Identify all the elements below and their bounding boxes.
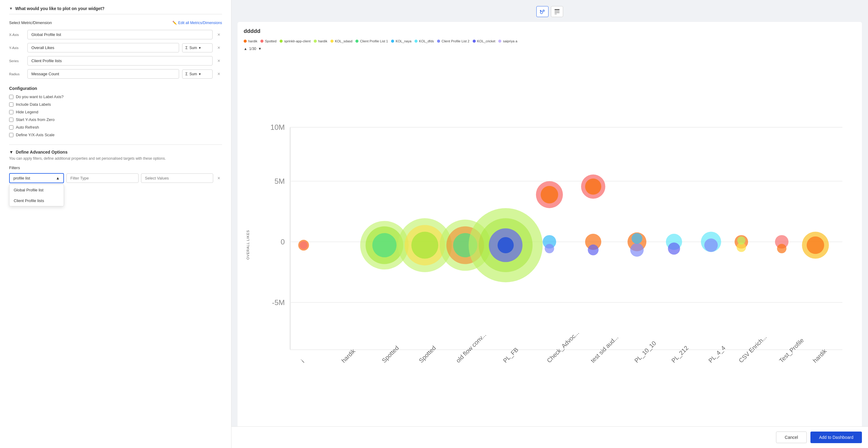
filter-type-select[interactable]: profile list ▲	[9, 173, 64, 183]
series-clear-button[interactable]: ×	[216, 58, 222, 64]
y-axis-aggregation-select[interactable]: Σ Sum ▾	[182, 43, 213, 53]
bubble-chart-svg: 10M 5M 0 -5M i hardik Spotted Spotted ol…	[250, 54, 856, 430]
radius-input[interactable]	[27, 69, 179, 79]
svg-text:5M: 5M	[274, 177, 285, 185]
svg-point-38	[411, 232, 438, 259]
legend-dot	[314, 40, 317, 43]
edit-metrics-link[interactable]: ✏️ Edit all Metrics/Dimensions	[173, 21, 222, 25]
x-axis-input[interactable]	[27, 30, 213, 39]
svg-point-2	[540, 10, 541, 11]
svg-text:CSV Enrich...: CSV Enrich...	[737, 333, 768, 364]
svg-point-60	[705, 238, 718, 252]
legend-item: hardik	[244, 39, 257, 43]
config-checkbox-5[interactable]	[9, 133, 13, 137]
filter-type-input[interactable]	[66, 173, 138, 183]
svg-rect-6	[555, 14, 557, 14]
series-row: Series ×	[9, 56, 222, 65]
svg-point-55	[630, 243, 644, 257]
filter-clear-button[interactable]: ×	[216, 175, 222, 181]
legend-dot	[244, 40, 247, 43]
legend-dot	[437, 40, 440, 43]
advanced-collapse-icon[interactable]: ▼	[9, 150, 13, 154]
collapse-icon[interactable]: ▼	[9, 6, 13, 11]
legend-item: Client Profile List 2	[437, 39, 470, 43]
config-checkbox-4[interactable]	[9, 125, 13, 129]
legend-label: KOL_dfds	[419, 39, 434, 43]
svg-text:PL_212: PL_212	[670, 345, 690, 364]
y-axis-clear-button[interactable]: ×	[216, 45, 222, 51]
svg-point-63	[737, 237, 746, 245]
legend-label: Client Profile List 1	[360, 39, 388, 43]
config-checkbox-2[interactable]	[9, 110, 13, 114]
svg-text:PL_FB: PL_FB	[502, 346, 520, 364]
pagination-row: ▲ 1/30 ▼	[244, 47, 856, 51]
y-axis-input[interactable]	[27, 43, 179, 53]
next-page-button[interactable]: ▼	[258, 47, 261, 51]
x-axis-row: X-Axis ×	[9, 30, 222, 39]
legend: hardikSpottedsprinklr-app-clienthardikKO…	[244, 39, 856, 43]
radius-clear-button[interactable]: ×	[216, 71, 222, 77]
config-option-row: Do you want to Label Axis?	[9, 94, 222, 99]
bottom-bar: Cancel Add to Dashboard	[231, 426, 868, 448]
svg-point-47	[540, 186, 558, 203]
svg-text:PL_10_10: PL_10_10	[633, 340, 657, 364]
svg-text:Spotted: Spotted	[380, 345, 400, 364]
legend-label: KOL_naya	[396, 39, 411, 43]
x-axis-label: X-Axis	[9, 33, 24, 36]
config-option-label-4: Auto Refresh	[16, 125, 39, 129]
config-checkbox-0[interactable]	[9, 95, 13, 99]
section-header: ▼ What would you like to plot on your wi…	[9, 6, 222, 14]
svg-point-49	[585, 179, 601, 195]
chart-title: ddddd	[244, 28, 856, 34]
svg-text:0: 0	[280, 238, 285, 246]
svg-text:10M: 10M	[271, 123, 285, 131]
left-panel: ▼ What would you like to plot on your wi…	[0, 0, 231, 448]
legend-label: Client Profile List 2	[442, 39, 470, 43]
config-option-row: Hide Legend	[9, 110, 222, 114]
table-view-btn[interactable]	[551, 6, 563, 17]
svg-text:Spotted: Spotted	[417, 345, 437, 364]
svg-rect-4	[555, 11, 559, 11]
legend-item: KOL_cricket	[473, 39, 496, 43]
dropdown-item-global[interactable]: Global Profile list	[9, 185, 64, 196]
add-to-dashboard-button[interactable]: Add to Dashboard	[810, 431, 862, 443]
legend-label: saipriya a	[503, 39, 517, 43]
filter-chevron-icon: ▲	[56, 176, 60, 180]
prev-page-button[interactable]: ▲	[244, 47, 247, 51]
svg-point-65	[777, 244, 786, 253]
config-option-row: Start Y-Axis from Zero	[9, 117, 222, 122]
svg-point-58	[668, 243, 680, 255]
x-axis-clear-button[interactable]: ×	[216, 32, 222, 38]
svg-text:Test_Profile: Test_Profile	[778, 337, 805, 364]
svg-point-45	[498, 237, 514, 253]
config-checkbox-1[interactable]	[9, 102, 13, 107]
filters-label: Filters	[9, 166, 222, 170]
cancel-button[interactable]: Cancel	[776, 431, 807, 443]
y-axis-label: Y-Axis	[9, 46, 24, 50]
legend-label: Spotted	[265, 39, 277, 43]
dropdown-item-client[interactable]: Client Profile lists	[9, 196, 64, 206]
bubble-chart-view-btn[interactable]	[536, 6, 549, 17]
legend-dot	[391, 40, 394, 43]
svg-point-53	[588, 244, 598, 255]
radius-label: Radius	[9, 72, 24, 76]
pagination-info: 1/30	[249, 47, 256, 51]
filter-values-input[interactable]	[141, 173, 213, 183]
config-title: Configuration	[9, 86, 222, 91]
chart-view-icons	[238, 6, 862, 17]
legend-item: KOL_naya	[391, 39, 411, 43]
radius-aggregation-label: Sum	[189, 72, 197, 76]
svg-rect-3	[555, 9, 559, 10]
radius-chevron-icon: ▾	[199, 72, 201, 76]
legend-dot	[280, 40, 283, 43]
radius-aggregation-select[interactable]: Σ Sum ▾	[182, 69, 213, 79]
config-option-label-1: Include Data Labels	[16, 102, 51, 107]
series-input[interactable]	[27, 56, 213, 65]
svg-text:Check_Advoc...: Check_Advoc...	[546, 329, 581, 364]
config-option-label-3: Start Y-Axis from Zero	[16, 117, 55, 122]
config-checkbox-3[interactable]	[9, 118, 13, 122]
svg-point-56	[632, 233, 642, 244]
legend-item: KOL_dfds	[414, 39, 434, 43]
legend-dot	[355, 40, 359, 43]
legend-dot	[473, 40, 476, 43]
